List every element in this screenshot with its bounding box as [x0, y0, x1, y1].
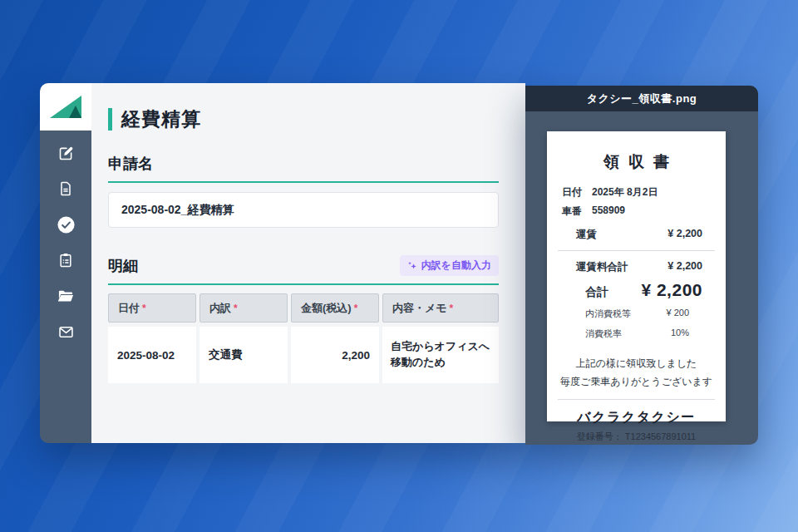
receipt-subtotal-row: 運賃料合計 ¥ 2,200 — [576, 260, 702, 274]
autofill-button-label: 内訳を自動入力 — [421, 259, 491, 273]
receipt-tax-row: 内消費税等 ¥ 200 — [585, 308, 689, 320]
required-marker: * — [354, 303, 358, 314]
required-marker: * — [450, 303, 454, 314]
check-circle-icon[interactable] — [56, 214, 76, 234]
details-divider — [108, 283, 499, 285]
table-header-row: 日付* 内訳* 金額(税込)* 内容・メモ* — [108, 293, 499, 323]
receipt-divider — [558, 250, 715, 251]
receipt-total-row: 合計 ¥ 2,200 — [585, 280, 702, 300]
page-title-row: 経費精算 — [108, 106, 499, 132]
receipt-meta: 日付 2025年 8月2日 車番 558909 — [562, 185, 711, 219]
clipboard-icon[interactable] — [56, 250, 76, 270]
page-title: 経費精算 — [121, 106, 201, 132]
receipt-date-label: 日付 — [562, 185, 582, 200]
receipt-fare-row: 運賃 ¥ 2,200 — [576, 228, 702, 242]
cell-date[interactable]: 2025-08-02 — [108, 327, 196, 383]
cell-category[interactable]: 交通費 — [200, 327, 288, 383]
receipt-company: バクラクタクシー — [547, 409, 726, 426]
details-header: 明細 内訳を自動入力 — [108, 255, 499, 276]
receipt-date-value: 2025年 8月2日 — [592, 185, 658, 200]
app-logo[interactable] — [40, 83, 91, 131]
receipt-car-value: 558909 — [592, 204, 625, 219]
preview-filename: タクシー_領収書.png — [525, 86, 758, 111]
mail-icon[interactable] — [56, 322, 76, 342]
title-accent-bar — [108, 108, 112, 131]
details-label: 明細 — [108, 256, 138, 276]
autofill-breakdown-button[interactable]: 内訳を自動入力 — [400, 255, 499, 276]
application-name-divider — [108, 181, 499, 183]
sidebar — [40, 83, 91, 443]
receipt-preview-panel: タクシー_領収書.png 領収書 日付 2025年 8月2日 車番 558909… — [525, 86, 758, 445]
application-name-label: 申請名 — [108, 154, 499, 174]
details-table: 日付* 内訳* 金額(税込)* 内容・メモ* 2025-08-02 交通費 2,… — [108, 293, 499, 383]
receipt-divider-bottom — [558, 399, 715, 400]
application-name-input[interactable]: 2025-08-02_経費精算 — [108, 192, 499, 228]
sidebar-nav — [40, 131, 91, 342]
folder-open-icon[interactable] — [56, 286, 76, 306]
expense-app-window: 経費精算 申請名 2025-08-02_経費精算 明細 内訳を自動入力 日付* — [40, 83, 525, 443]
receipt-image: 領収書 日付 2025年 8月2日 車番 558909 運賃 ¥ 2,200 運… — [547, 131, 726, 421]
column-header-date: 日付* — [108, 293, 196, 323]
main-content: 経費精算 申請名 2025-08-02_経費精算 明細 内訳を自動入力 日付* — [91, 83, 525, 443]
sparkle-icon — [407, 261, 417, 271]
column-header-category: 内訳* — [200, 293, 288, 323]
table-row: 2025-08-02 交通費 2,200 自宅からオフィスへ移動のため — [108, 327, 499, 383]
cell-amount[interactable]: 2,200 — [291, 327, 379, 383]
logo-triangle-icon — [49, 93, 82, 121]
document-icon[interactable] — [56, 179, 76, 199]
required-marker: * — [142, 303, 146, 314]
receipt-registration-number: 登録番号： T1234567891011 — [547, 431, 726, 443]
required-marker: * — [234, 303, 238, 314]
column-header-amount: 金額(税込)* — [291, 293, 379, 323]
receipt-message: 上記の様に領収致しました 毎度ご乗車ありがとうございます — [547, 354, 726, 391]
receipt-tax-rate-row: 消費税率 10% — [585, 328, 689, 340]
receipt-title: 領収書 — [547, 151, 726, 173]
compose-icon[interactable] — [56, 143, 76, 163]
column-header-memo: 内容・メモ* — [382, 293, 499, 323]
receipt-car-label: 車番 — [562, 204, 582, 219]
cell-memo[interactable]: 自宅からオフィスへ移動のため — [382, 327, 499, 383]
